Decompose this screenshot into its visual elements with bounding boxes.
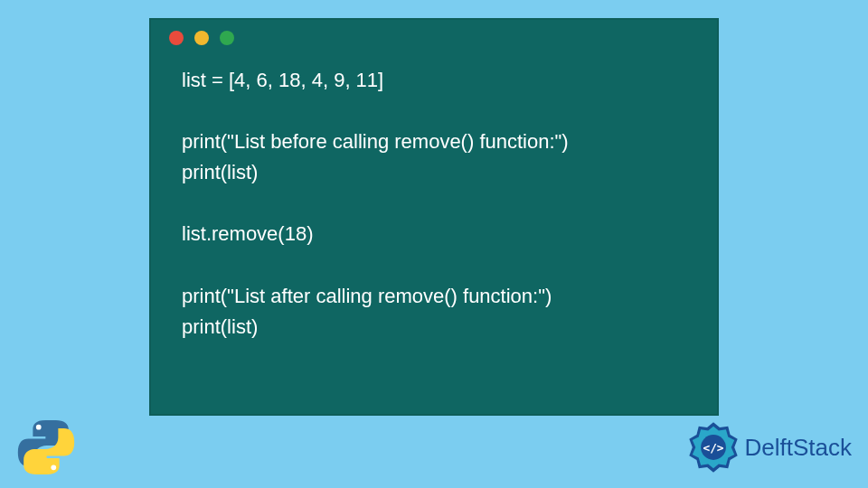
python-logo-icon bbox=[14, 416, 78, 479]
brand-name: DelftStack bbox=[745, 434, 853, 462]
window-maximize-dot bbox=[220, 31, 234, 45]
svg-point-0 bbox=[36, 425, 42, 430]
window-close-dot bbox=[169, 31, 184, 45]
window-minimize-dot bbox=[194, 31, 209, 45]
code-block: list = [4, 6, 18, 4, 9, 11] print("List … bbox=[151, 56, 717, 361]
delftstack-logo-icon: </> bbox=[687, 421, 740, 474]
svg-point-1 bbox=[51, 465, 56, 470]
brand-badge: </> DelftStack bbox=[687, 421, 853, 474]
svg-text:</>: </> bbox=[703, 441, 723, 455]
code-window: list = [4, 6, 18, 4, 9, 11] print("List … bbox=[149, 18, 719, 416]
window-titlebar bbox=[151, 20, 717, 56]
